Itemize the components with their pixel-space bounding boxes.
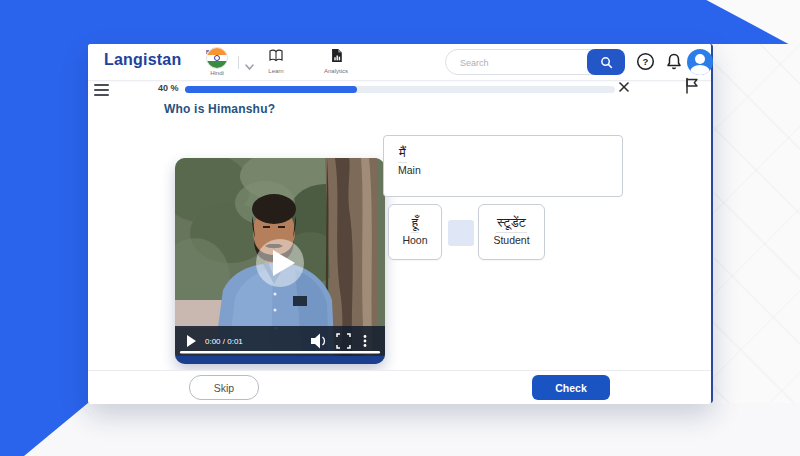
background-right-shape xyxy=(711,44,800,456)
empty-word-slot xyxy=(448,220,474,246)
report-flag-button[interactable] xyxy=(684,77,700,94)
close-icon xyxy=(617,80,631,94)
help-button[interactable]: ? xyxy=(636,52,655,71)
progress-bar xyxy=(185,86,615,93)
more-options-icon[interactable] xyxy=(364,335,367,347)
nav-analytics[interactable]: Analytics xyxy=(314,48,358,74)
search-icon xyxy=(600,56,613,69)
lesson-footer: Skip Check xyxy=(88,370,711,404)
svg-text:?: ? xyxy=(643,56,649,67)
menu-icon[interactable] xyxy=(94,84,109,96)
word-card-hoon[interactable]: हूँ Hoon xyxy=(388,204,442,260)
nav-learn[interactable]: Learn xyxy=(254,48,298,74)
language-label: Hindi xyxy=(200,70,234,76)
search-button[interactable] xyxy=(587,49,625,75)
logo[interactable]: Langistan xyxy=(104,51,181,69)
word-hindi: स्टूडेंट xyxy=(496,215,527,233)
word-hindi: हूँ xyxy=(411,215,419,233)
video-time: 0:00 / 0:01 xyxy=(205,337,243,346)
close-lesson-button[interactable] xyxy=(617,80,631,94)
app-header: Langistan BETA Hindi Learn xyxy=(88,44,711,81)
header-divider xyxy=(238,56,239,69)
answer-box[interactable]: मैं Main xyxy=(383,135,623,197)
avatar[interactable] xyxy=(687,49,713,75)
flag-icon xyxy=(684,77,700,94)
progress-fill xyxy=(185,86,357,93)
video-player[interactable]: 0:00 / 0:01 xyxy=(175,158,385,364)
check-button[interactable]: Check xyxy=(532,375,610,400)
bell-icon xyxy=(665,52,683,71)
video-scrubber[interactable] xyxy=(180,351,380,354)
skip-button[interactable]: Skip xyxy=(189,375,259,400)
search-box xyxy=(445,49,625,75)
india-flag-icon xyxy=(206,47,228,69)
analytics-icon xyxy=(330,48,343,63)
placed-word-translit: Main xyxy=(398,164,421,176)
app-window: Langistan BETA Hindi Learn xyxy=(88,44,713,403)
placed-word-card[interactable]: मैं Main xyxy=(398,143,421,176)
word-card-student[interactable]: स्टूडेंट Student xyxy=(478,204,545,260)
word-translit: Hoon xyxy=(389,234,441,246)
notifications-button[interactable] xyxy=(665,52,684,71)
help-icon: ? xyxy=(636,52,655,71)
nav-analytics-label: Analytics xyxy=(314,68,358,74)
nav-learn-label: Learn xyxy=(254,68,298,74)
video-frame: 0:00 / 0:01 xyxy=(175,158,385,364)
progress-label: 40 % xyxy=(158,83,179,93)
placed-word-hindi: मैं xyxy=(398,145,407,163)
question-text: Who is Himanshu? xyxy=(164,102,275,116)
word-translit: Student xyxy=(479,234,544,246)
search-input[interactable] xyxy=(458,50,582,76)
language-selector[interactable]: Hindi xyxy=(200,47,234,76)
book-icon xyxy=(268,48,284,63)
page-background: Langistan BETA Hindi Learn xyxy=(0,0,800,456)
